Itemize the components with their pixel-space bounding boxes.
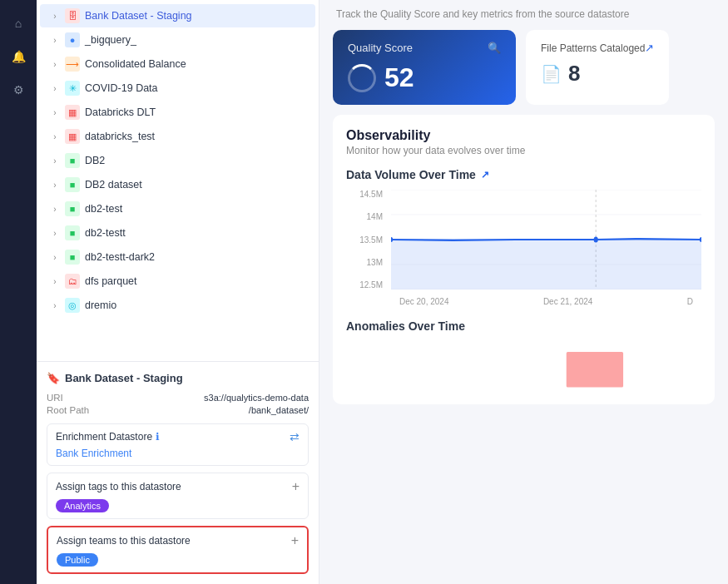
nav-item-label: db2-testt-dark2 [85, 251, 155, 263]
quality-search-icon[interactable]: 🔍 [488, 42, 501, 54]
detail-meta: URI s3a://qualytics-demo-data Root Path … [47, 393, 309, 415]
nav-item-icon: ▦ [65, 105, 80, 120]
home-icon[interactable]: ⌂ [5, 10, 32, 37]
data-volume-title: Data Volume Over Time ↗ [346, 168, 701, 181]
sidebar-icons: ⌂ 🔔 ⚙ [0, 0, 37, 584]
nav-item-icon: ● [65, 32, 80, 47]
nav-item-label: databricks_test [85, 131, 155, 142]
nav-item-db2-testt[interactable]: › ■ db2-testt [40, 221, 315, 245]
file-patterns-label: File Patterns Cataloged [541, 42, 645, 54]
nav-item-covid-19-data[interactable]: › ✳ COVID-19 Data [40, 77, 315, 100]
nav-item-icon: ■ [65, 225, 80, 240]
svg-point-7 [594, 237, 598, 243]
tags-box: Assign tags to this datastore + Analytic… [47, 473, 309, 519]
file-patterns-card: File Patterns Cataloged ↗ 📄 8 [526, 30, 669, 105]
detail-header: 🔖 Bank Dataset - Staging [47, 372, 309, 384]
nav-item-label: db2-testt [85, 227, 126, 239]
nav-item-db2-dataset[interactable]: › ■ DB2 dataset [40, 173, 315, 196]
chevron-icon: › [50, 131, 60, 141]
nav-item-icon: ■ [65, 153, 80, 168]
observability-section: Observability Monitor how your data evol… [333, 115, 715, 404]
chart-y-axis: 14.5M 14M 13.5M 13M 12.5M [346, 190, 388, 290]
detail-panel: 🔖 Bank Dataset - Staging URI s3a://qualy… [37, 361, 319, 584]
uri-value: s3a://qualytics-demo-data [204, 393, 309, 403]
bell-icon[interactable]: 🔔 [5, 43, 32, 70]
nav-item-bank-dataset-staging[interactable]: › 🗄 Bank Dataset - Staging [40, 4, 315, 27]
anomaly-chart [346, 341, 701, 391]
chevron-icon: › [50, 35, 60, 45]
file-patterns-count: 8 [568, 61, 580, 87]
nav-item-icon: ◎ [65, 298, 80, 313]
enrichment-value[interactable]: Bank Enrichment [56, 448, 131, 459]
chevron-icon: › [50, 204, 60, 214]
anomalies-title: Anomalies Over Time [346, 319, 701, 333]
tags-list: Analytics [56, 499, 300, 512]
teams-list: Public [57, 553, 299, 567]
nav-item-icon: 🗄 [65, 8, 80, 23]
chevron-icon: › [50, 11, 60, 21]
teams-box: Assign teams to this datastore + Public [47, 526, 309, 574]
tags-title: Assign tags to this datastore [56, 481, 181, 492]
file-icon: 📄 [541, 64, 562, 84]
team-public[interactable]: Public [57, 553, 98, 567]
teams-add-button[interactable]: + [291, 533, 299, 548]
chart-area [391, 190, 701, 290]
nav-item-icon: ✳ [65, 81, 80, 96]
chevron-icon: › [50, 252, 60, 262]
data-volume-chart: 14.5M 14M 13.5M 13M 12.5M [346, 190, 701, 306]
chevron-icon: › [50, 107, 60, 117]
nav-item-icon: ■ [65, 201, 80, 216]
nav-item-label: DB2 [85, 155, 105, 166]
uri-label: URI [47, 393, 63, 403]
nav-item-label: dfs parquet [85, 275, 137, 287]
enrichment-box: Enrichment Datastore ℹ ⇄ Bank Enrichment [47, 423, 309, 466]
chart-x-axis: Dec 20, 2024 Dec 21, 2024 D [391, 297, 701, 306]
nav-list: › 🗄 Bank Dataset - Staging › ● _bigquery… [37, 0, 319, 361]
tags-add-button[interactable]: + [292, 479, 300, 494]
nav-item-label: db2-test [85, 203, 122, 215]
root-path-value: /bank_dataset/ [249, 405, 309, 415]
nav-item-dfs-parquet[interactable]: › 🗂 dfs parquet [40, 270, 315, 293]
nav-item-label: COVID-19 Data [85, 82, 158, 94]
quality-spinner-icon [348, 64, 376, 92]
svg-rect-9 [567, 352, 623, 388]
chevron-icon: › [50, 228, 60, 238]
nav-item-icon: ⟶ [65, 57, 80, 72]
gear-icon[interactable]: ⚙ [5, 77, 32, 103]
observability-title: Observability [346, 128, 701, 143]
nav-item-databricks-dlt[interactable]: › ▦ Databricks DLT [40, 101, 315, 124]
nav-item-icon: 🗂 [65, 274, 80, 289]
observability-subtitle: Monitor how your data evolves over time [346, 145, 701, 156]
file-patterns-link-icon[interactable]: ↗ [645, 42, 654, 54]
teams-title: Assign teams to this datastore [57, 535, 191, 547]
tag-analytics[interactable]: Analytics [56, 499, 109, 512]
nav-item-db2-test[interactable]: › ■ db2-test [40, 197, 315, 220]
nav-item-label: Bank Dataset - Staging [85, 10, 192, 22]
data-volume-link-icon[interactable]: ↗ [481, 169, 489, 181]
nav-item-icon: ▦ [65, 129, 80, 144]
main-subtitle: Track the Quality Score and key metrics … [336, 8, 629, 20]
nav-item-databricks-test[interactable]: › ▦ databricks_test [40, 125, 315, 148]
nav-item-icon: ■ [65, 177, 80, 192]
data-volume-section: Data Volume Over Time ↗ 14.5M 14M 13.5M … [346, 168, 701, 306]
nav-item-label: DB2 dataset [85, 179, 142, 191]
enrichment-info-icon: ℹ [156, 431, 160, 443]
nav-panel: › 🗄 Bank Dataset - Staging › ● _bigquery… [37, 0, 319, 584]
bookmark-icon: 🔖 [47, 372, 60, 384]
chevron-icon: › [50, 300, 60, 310]
quality-score-card: Quality Score 🔍 52 [333, 30, 516, 105]
nav-item-bigquery[interactable]: › ● _bigquery_ [40, 28, 315, 52]
detail-title: Bank Dataset - Staging [65, 372, 183, 384]
nav-item-db2-testt-dark2[interactable]: › ■ db2-testt-dark2 [40, 245, 315, 269]
nav-item-label: dremio [85, 299, 116, 311]
nav-item-icon: ■ [65, 250, 80, 265]
nav-item-db2[interactable]: › ■ DB2 [40, 149, 315, 172]
chevron-icon: › [50, 83, 60, 93]
enrichment-title: Enrichment Datastore ℹ [56, 431, 160, 443]
root-path-label: Root Path [47, 405, 89, 415]
quality-score-value: 52 [384, 62, 414, 93]
enrichment-link-icon[interactable]: ⇄ [290, 430, 300, 443]
nav-item-label: Databricks DLT [85, 106, 156, 118]
nav-item-consolidated-balance[interactable]: › ⟶ Consolidated Balance [40, 52, 315, 76]
nav-item-dremio[interactable]: › ◎ dremio [40, 294, 315, 317]
